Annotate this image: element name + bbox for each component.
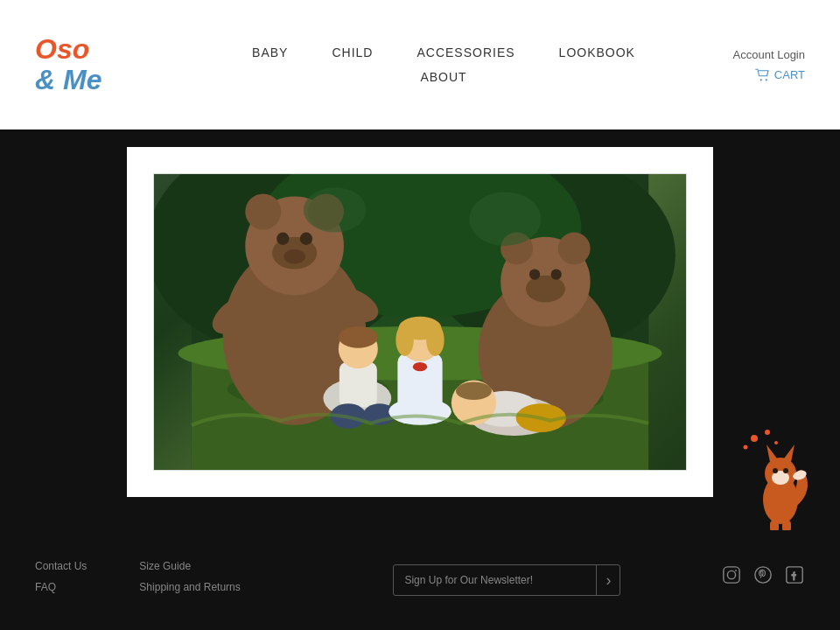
size-guide-link[interactable]: Size Guide <box>139 560 240 572</box>
svg-point-51 <box>774 441 778 444</box>
svg-point-25 <box>526 276 565 303</box>
pinterest-icon[interactable] <box>752 564 774 585</box>
newsletter-area: › <box>293 560 721 596</box>
nav-row-bottom: ABOUT <box>420 70 466 84</box>
svg-point-63 <box>727 570 735 578</box>
svg-point-49 <box>765 430 770 435</box>
header-right: Account Login CART <box>733 48 805 82</box>
svg-point-57 <box>773 468 778 473</box>
svg-point-48 <box>751 435 758 442</box>
cart-icon <box>755 68 771 82</box>
svg-point-0 <box>760 79 761 80</box>
fox-decoration-area <box>737 425 816 534</box>
cart-link[interactable]: CART <box>755 68 805 82</box>
fox-decoration-svg <box>737 425 816 530</box>
footer-col-2: Size Guide Shipping and Returns <box>139 560 240 593</box>
svg-rect-62 <box>724 567 739 583</box>
svg-point-35 <box>388 398 452 425</box>
svg-point-50 <box>744 445 748 450</box>
svg-point-40 <box>426 324 444 356</box>
svg-point-26 <box>529 270 540 280</box>
svg-point-36 <box>413 362 427 371</box>
svg-rect-29 <box>340 362 377 407</box>
svg-point-27 <box>551 270 562 280</box>
svg-point-45 <box>456 382 492 400</box>
svg-rect-60 <box>770 520 779 530</box>
footer: Contact Us FAQ Size Guide Shipping and R… <box>0 542 840 630</box>
main-nav: BABY CHILD ACCESSORIES LOOKBOOK ABOUT <box>154 46 732 84</box>
nav-item-lookbook[interactable]: LOOKBOOK <box>559 46 635 60</box>
svg-point-16 <box>276 233 289 245</box>
photo-scene <box>154 174 686 470</box>
nav-item-accessories[interactable]: ACCESSORIES <box>416 46 514 60</box>
svg-point-47 <box>304 187 367 232</box>
svg-point-17 <box>300 233 312 245</box>
shipping-returns-link[interactable]: Shipping and Returns <box>139 581 240 593</box>
header: Oso & Me BABY CHILD ACCESSORIES LOOKBOOK… <box>0 0 840 130</box>
svg-point-46 <box>469 192 541 245</box>
logo[interactable]: Oso & Me <box>35 34 102 95</box>
footer-social <box>721 560 805 585</box>
newsletter-form[interactable]: › <box>393 564 620 596</box>
nav-row-top: BABY CHILD ACCESSORIES LOOKBOOK <box>252 46 635 60</box>
hero-image <box>153 173 687 471</box>
footer-col-1: Contact Us FAQ <box>35 560 87 593</box>
newsletter-input[interactable] <box>394 574 596 586</box>
logo-and-me: & Me <box>35 65 102 95</box>
svg-point-24 <box>558 233 591 265</box>
logo-oso: Oso <box>35 34 102 65</box>
nav-item-about[interactable]: ABOUT <box>420 70 466 84</box>
svg-rect-61 <box>782 520 791 530</box>
nav-item-baby[interactable]: BABY <box>252 46 288 60</box>
instagram-icon[interactable] <box>721 564 742 585</box>
contact-us-link[interactable]: Contact Us <box>35 560 87 572</box>
account-login-link[interactable]: Account Login <box>733 48 805 61</box>
svg-point-39 <box>396 324 413 356</box>
faq-link[interactable]: FAQ <box>35 581 87 593</box>
facebook-icon[interactable] <box>784 564 805 585</box>
newsletter-submit-button[interactable]: › <box>596 565 620 595</box>
svg-point-13 <box>245 194 281 230</box>
cart-label: CART <box>774 68 805 81</box>
svg-point-64 <box>735 570 737 571</box>
svg-point-1 <box>765 79 766 80</box>
nav-item-child[interactable]: CHILD <box>332 46 373 60</box>
svg-point-31 <box>339 326 378 348</box>
white-frame <box>127 147 713 497</box>
svg-point-18 <box>284 249 305 263</box>
svg-point-58 <box>783 468 788 473</box>
